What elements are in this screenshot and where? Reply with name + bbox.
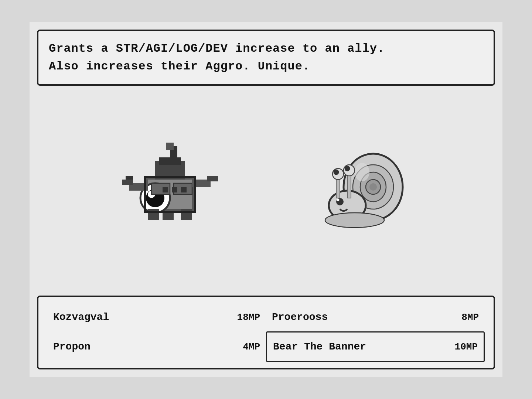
menu-item-kozvagval[interactable]: Kozvagval 18MP [47,303,266,331]
svg-rect-19 [163,187,168,192]
menu-item-propon[interactable]: Propon 4MP [47,331,266,362]
svg-point-30 [369,183,377,191]
right-creature [303,132,421,250]
svg-rect-18 [207,176,218,181]
svg-point-38 [334,170,339,175]
svg-rect-12 [163,213,174,220]
menu-item-proerooss[interactable]: Proerooss 8MP [266,303,485,331]
game-screen: Grants a STR/AGI/LOG/DEV increase to an … [30,22,502,377]
svg-point-31 [355,163,369,181]
svg-rect-8 [166,143,174,150]
svg-point-40 [345,166,350,171]
svg-rect-21 [181,187,187,192]
description-box: Grants a STR/AGI/LOG/DEV increase to an … [37,30,495,86]
creature-area [37,89,495,292]
svg-point-41 [325,213,384,228]
svg-rect-20 [172,187,177,192]
description-text: Grants a STR/AGI/LOG/DEV increase to an … [49,40,385,75]
svg-rect-11 [148,209,159,220]
svg-point-34 [337,199,340,201]
svg-rect-24 [144,176,146,213]
menu-item-bear-the-banner[interactable]: Bear The Banner 10MP [266,331,485,362]
left-creature [111,132,229,250]
menu-box: Kozvagval 18MP Proerooss 8MP Propon 4MP … [37,296,495,369]
svg-rect-22 [144,176,196,178]
svg-rect-16 [126,176,133,180]
svg-rect-23 [144,211,196,213]
svg-rect-15 [122,180,133,185]
svg-rect-25 [194,176,196,213]
svg-rect-13 [181,209,192,220]
